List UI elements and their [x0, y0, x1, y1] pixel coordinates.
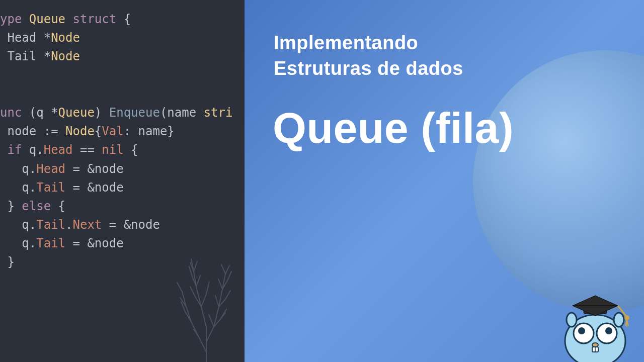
sphere-decoration	[473, 50, 644, 312]
code-line-6: node := Node{Val: name}	[0, 122, 245, 141]
svg-marker-11	[573, 296, 618, 306]
svg-point-7	[592, 343, 598, 347]
code-line-2: Head *Node	[0, 29, 245, 47]
slide-subtitle: Implementando Estruturas de dados	[274, 30, 463, 82]
svg-point-6	[605, 327, 612, 334]
code-line-11: q.Tail.Next = &node	[0, 216, 245, 234]
subtitle-line-1: Implementando	[274, 32, 418, 53]
svg-marker-12	[573, 306, 618, 316]
svg-point-14	[624, 315, 629, 320]
code-line-10: } else {	[0, 197, 245, 216]
code-line-7: if q.Head == nil {	[0, 141, 245, 159]
subtitle-line-2: Estruturas de dados	[274, 58, 463, 79]
svg-point-2	[614, 313, 624, 327]
code-line-5: unc (q *Queue) Enqueue(name stri	[0, 104, 245, 122]
slide-title: Queue (fila)	[273, 103, 514, 153]
gopher-mascot-icon	[552, 281, 638, 362]
title-pane: Implementando Estruturas de dados Queue …	[245, 0, 644, 362]
code-line-1: ype Queue struct {	[0, 10, 245, 29]
code-line-8: q.Head = &node	[0, 160, 245, 178]
svg-point-1	[567, 313, 577, 327]
code-line-3: Tail *Node	[0, 47, 245, 66]
code-line-9: q.Tail = &node	[0, 178, 245, 197]
code-pane: ype Queue struct { Head *Node Tail *Node…	[0, 0, 245, 362]
svg-point-5	[578, 327, 585, 334]
coral-icon	[166, 251, 245, 362]
code-line-12: q.Tail = &node	[0, 234, 245, 253]
